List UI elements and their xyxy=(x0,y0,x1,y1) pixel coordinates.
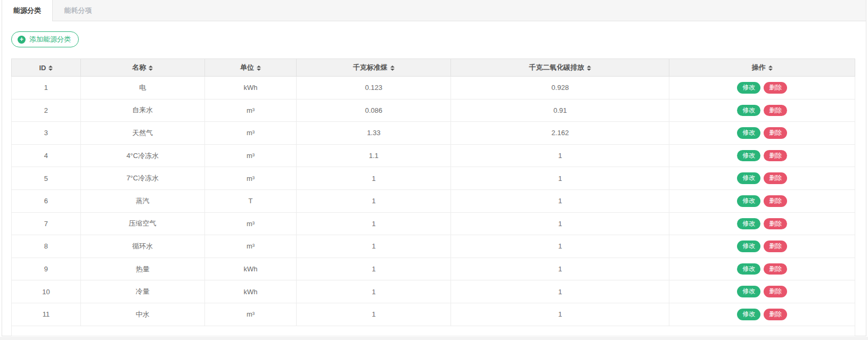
column-header-co2[interactable]: 千克二氧化碳排放 xyxy=(451,59,669,77)
cell-coal: 1 xyxy=(297,212,451,235)
column-header-label: 千克标准煤 xyxy=(353,63,388,71)
edit-button[interactable]: 修改 xyxy=(737,105,760,117)
delete-button[interactable]: 删除 xyxy=(764,105,787,117)
table-row: 9热量kWh11修改删除 xyxy=(12,258,855,280)
delete-button[interactable]: 删除 xyxy=(764,150,787,162)
cell-coal: 1 xyxy=(297,235,451,258)
delete-button[interactable]: 删除 xyxy=(764,82,787,94)
column-header-label: 操作 xyxy=(752,63,766,71)
delete-button[interactable]: 删除 xyxy=(764,286,787,297)
table-row: 10冷量kWh11修改删除 xyxy=(12,280,855,303)
cell-coal: 1 xyxy=(297,258,451,280)
cell-name: 7°C冷冻水 xyxy=(80,167,204,190)
cell-id: 1 xyxy=(12,77,81,99)
cell-actions: 修改删除 xyxy=(669,122,855,145)
cell-actions: 修改删除 xyxy=(669,167,855,190)
column-header-unit[interactable]: 单位 xyxy=(204,59,297,77)
cell-id: 10 xyxy=(12,280,81,303)
cell-co2: 0.928 xyxy=(451,77,669,99)
delete-button[interactable]: 删除 xyxy=(764,195,787,207)
content-card: 能源分类 能耗分项 + 添加能源分类 ID名称单位千克标准煤千克二氧化碳排放操作… xyxy=(2,0,866,336)
table-row: 3天然气m³1.332.162修改删除 xyxy=(12,122,855,145)
edit-button[interactable]: 修改 xyxy=(737,127,760,139)
table-row: 7压缩空气m³11修改删除 xyxy=(12,212,855,235)
delete-button[interactable]: 删除 xyxy=(764,241,787,252)
edit-button[interactable]: 修改 xyxy=(737,309,760,320)
table-header: ID名称单位千克标准煤千克二氧化碳排放操作 xyxy=(12,59,855,77)
cell-name: 蒸汽 xyxy=(80,189,204,212)
cell-name: 热量 xyxy=(80,258,204,280)
cell-unit: kWh xyxy=(204,280,297,303)
tab-energy-consumption-subitem[interactable]: 能耗分项 xyxy=(53,0,103,21)
add-energy-category-button[interactable]: + 添加能源分类 xyxy=(11,31,79,47)
cell-coal: 1.33 xyxy=(297,122,451,145)
cell-actions: 修改删除 xyxy=(669,235,855,258)
edit-button[interactable]: 修改 xyxy=(737,172,760,184)
edit-button[interactable]: 修改 xyxy=(737,241,760,252)
page-bottom-strip xyxy=(0,337,868,340)
column-header-coal[interactable]: 千克标准煤 xyxy=(297,59,451,77)
cell-coal: 1.1 xyxy=(297,144,451,167)
table-footer-cell xyxy=(12,326,855,336)
column-header-id[interactable]: ID xyxy=(12,59,81,77)
cell-name: 中水 xyxy=(80,303,204,326)
cell-id: 6 xyxy=(12,189,81,212)
delete-button[interactable]: 删除 xyxy=(764,309,787,320)
table-row: 44°C冷冻水m³1.11修改删除 xyxy=(12,144,855,167)
table-row: 8循环水m³11修改删除 xyxy=(12,235,855,258)
tab-energy-category[interactable]: 能源分类 xyxy=(2,0,53,21)
table-row: 57°C冷冻水m³11修改删除 xyxy=(12,167,855,190)
cell-co2: 1 xyxy=(451,189,669,212)
cell-actions: 修改删除 xyxy=(669,280,855,303)
edit-button[interactable]: 修改 xyxy=(737,150,760,162)
tab-energy-consumption-subitem-label: 能耗分项 xyxy=(64,6,92,15)
cell-unit: T xyxy=(204,189,297,212)
sort-icon xyxy=(257,65,261,71)
cell-coal: 0.123 xyxy=(297,77,451,99)
delete-button[interactable]: 删除 xyxy=(764,127,787,139)
cell-unit: m³ xyxy=(204,235,297,258)
sort-icon xyxy=(587,65,591,71)
cell-name: 电 xyxy=(80,77,204,99)
cell-coal: 0.086 xyxy=(297,99,451,122)
table-row: 11中水m³11修改删除 xyxy=(12,303,855,326)
cell-co2: 1 xyxy=(451,167,669,190)
cell-id: 4 xyxy=(12,144,81,167)
sort-icon xyxy=(48,65,53,71)
cell-unit: m³ xyxy=(204,122,297,145)
cell-coal: 1 xyxy=(297,303,451,326)
cell-co2: 1 xyxy=(451,235,669,258)
cell-coal: 1 xyxy=(297,189,451,212)
main-content: + 添加能源分类 ID名称单位千克标准煤千克二氧化碳排放操作 1电kWh0.12… xyxy=(2,21,866,336)
cell-unit: m³ xyxy=(204,212,297,235)
delete-button[interactable]: 删除 xyxy=(764,172,787,184)
column-header-label: ID xyxy=(39,64,46,72)
cell-actions: 修改删除 xyxy=(669,77,855,99)
cell-actions: 修改删除 xyxy=(669,144,855,167)
edit-button[interactable]: 修改 xyxy=(737,195,760,207)
cell-name: 冷量 xyxy=(80,280,204,303)
edit-button[interactable]: 修改 xyxy=(737,263,760,275)
delete-button[interactable]: 删除 xyxy=(764,218,787,230)
cell-id: 9 xyxy=(12,258,81,280)
edit-button[interactable]: 修改 xyxy=(737,218,760,230)
cell-coal: 1 xyxy=(297,280,451,303)
cell-unit: kWh xyxy=(204,258,297,280)
column-header-name[interactable]: 名称 xyxy=(80,59,204,77)
column-header-label: 千克二氧化碳排放 xyxy=(529,63,584,71)
cell-coal: 1 xyxy=(297,167,451,190)
cell-co2: 1 xyxy=(451,144,669,167)
delete-button[interactable]: 删除 xyxy=(764,263,787,275)
sort-icon xyxy=(390,65,395,71)
column-header-label: 单位 xyxy=(240,63,254,71)
cell-name: 压缩空气 xyxy=(80,212,204,235)
energy-category-table: ID名称单位千克标准煤千克二氧化碳排放操作 1电kWh0.1230.928修改删… xyxy=(11,59,855,336)
edit-button[interactable]: 修改 xyxy=(737,286,760,297)
edit-button[interactable]: 修改 xyxy=(737,82,760,94)
cell-id: 3 xyxy=(12,122,81,145)
table-footer-row xyxy=(12,326,855,336)
cell-co2: 1 xyxy=(451,212,669,235)
column-header-ops[interactable]: 操作 xyxy=(669,59,855,77)
cell-actions: 修改删除 xyxy=(669,99,855,122)
cell-actions: 修改删除 xyxy=(669,303,855,326)
